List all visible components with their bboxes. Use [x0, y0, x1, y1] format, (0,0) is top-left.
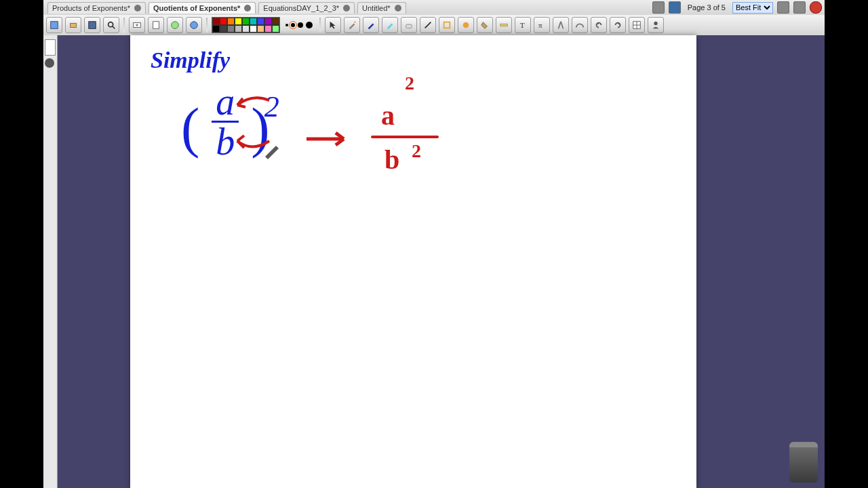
svg-rect-0: [51, 22, 58, 29]
gallery-button[interactable]: [46, 17, 62, 33]
palette-swatch[interactable]: [272, 18, 279, 25]
tab-label: Untitled*: [362, 4, 391, 12]
tab-close-icon[interactable]: [395, 5, 401, 12]
svg-rect-2: [89, 22, 96, 29]
fill-tool[interactable]: [477, 17, 493, 33]
eraser-tool[interactable]: [401, 17, 417, 33]
minimize-button[interactable]: [793, 1, 806, 14]
pen-tool[interactable]: [363, 17, 379, 33]
tab-close-icon[interactable]: [343, 5, 350, 12]
recorder-icon[interactable]: [45, 58, 54, 68]
insert-page-button[interactable]: [167, 17, 183, 33]
palette-swatch[interactable]: [264, 18, 272, 25]
palette-swatch[interactable]: [250, 25, 257, 33]
fullscreen-button[interactable]: [777, 1, 789, 14]
single-page-view-button[interactable]: [652, 1, 665, 14]
select-tool[interactable]: [325, 17, 341, 33]
properties-button[interactable]: [84, 17, 100, 33]
svg-point-11: [463, 22, 469, 28]
svg-rect-10: [444, 22, 450, 28]
svg-point-7: [172, 22, 179, 29]
close-button[interactable]: [810, 1, 822, 14]
palette-swatch[interactable]: [227, 18, 235, 25]
separator: [123, 18, 125, 33]
recognize-shape-tool[interactable]: [458, 17, 474, 33]
pen-size-picker[interactable]: [285, 22, 313, 28]
palette-swatch[interactable]: [257, 18, 264, 25]
document-camera-button[interactable]: [148, 17, 164, 33]
page-sorter-panel[interactable]: [43, 35, 58, 488]
document-tab[interactable]: Untitled*: [357, 2, 406, 14]
palette-swatch[interactable]: [264, 25, 272, 33]
svg-text:π: π: [538, 21, 542, 29]
tab-label: EquationsDAY_1_2_3*: [263, 4, 339, 12]
palette-swatch[interactable]: [220, 18, 227, 25]
undo-button[interactable]: [591, 17, 607, 33]
palette-swatch[interactable]: [235, 18, 242, 25]
people-tool[interactable]: [648, 17, 664, 33]
letterbox-right: [825, 0, 868, 488]
trash-icon[interactable]: [789, 442, 818, 483]
letterbox-left: [0, 0, 43, 488]
math-tool[interactable]: π: [534, 17, 550, 33]
workspace: Simplify ( a b )2: [43, 35, 825, 488]
page-indicator: Page 3 of 5: [688, 3, 726, 12]
svg-point-3: [108, 22, 113, 27]
palette-swatch[interactable]: [235, 25, 242, 33]
palette-swatch[interactable]: [212, 25, 220, 33]
toolbar: T π: [43, 15, 825, 36]
palette-swatch[interactable]: [220, 25, 227, 33]
compass-tool[interactable]: [553, 17, 569, 33]
tab-close-icon[interactable]: [134, 5, 141, 12]
whiteboard-canvas[interactable]: Simplify ( a b )2: [130, 35, 696, 488]
capture-button[interactable]: [129, 17, 145, 33]
search-button[interactable]: [103, 17, 119, 33]
text-tool[interactable]: T: [515, 17, 531, 33]
status-bar-right: Page 3 of 5 Best Fit50%75%100%150%200%: [652, 1, 822, 14]
svg-rect-1: [71, 23, 77, 27]
zoom-select[interactable]: Best Fit50%75%100%150%200%: [732, 2, 773, 14]
color-palette[interactable]: [212, 17, 280, 33]
tab-label: Quotients of Exponents*: [153, 4, 240, 12]
page-heading: Simplify: [151, 47, 230, 73]
svg-rect-9: [406, 24, 412, 28]
hand-denominator: b: [384, 144, 399, 176]
palette-swatch[interactable]: [272, 25, 279, 33]
document-tab[interactable]: Quotients of Exponents*: [149, 2, 256, 14]
document-tab[interactable]: Products of Exponents*: [47, 2, 146, 14]
svg-text:T: T: [520, 21, 525, 29]
red-arrow-right: [303, 129, 357, 149]
redo-button[interactable]: [610, 17, 626, 33]
dashboard-button[interactable]: [669, 1, 681, 14]
hand-den-exp: 2: [412, 140, 421, 162]
svg-point-16: [654, 22, 657, 25]
attachments-button[interactable]: [65, 17, 81, 33]
hand-numerator: a: [381, 100, 395, 131]
page-thumbnail[interactable]: [45, 39, 56, 56]
document-tabs: Products of Exponents*Quotients of Expon…: [47, 1, 409, 14]
palette-swatch[interactable]: [250, 18, 257, 25]
table-tool[interactable]: [629, 17, 645, 33]
line-tool[interactable]: [420, 17, 436, 33]
hand-fraction-bar: [371, 136, 439, 138]
link-button[interactable]: [186, 17, 202, 33]
separator: [319, 18, 321, 33]
shape-tool[interactable]: [439, 17, 455, 33]
highlighter-tool[interactable]: [382, 17, 398, 33]
svg-rect-6: [153, 22, 159, 29]
tab-close-icon[interactable]: [244, 5, 251, 12]
whiteboard-app: Products of Exponents*Quotients of Expon…: [0, 0, 868, 488]
palette-swatch[interactable]: [227, 25, 235, 33]
pen-cursor-icon: [262, 140, 281, 159]
document-tab[interactable]: EquationsDAY_1_2_3*: [258, 2, 355, 14]
palette-swatch[interactable]: [242, 25, 250, 33]
palette-swatch[interactable]: [212, 18, 220, 25]
ruler-tool[interactable]: [496, 17, 512, 33]
tab-label: Products of Exponents*: [52, 4, 130, 12]
protractor-tool[interactable]: [572, 17, 588, 33]
magic-tool[interactable]: [344, 17, 360, 33]
separator: [206, 18, 208, 33]
hand-num-exp: 2: [405, 73, 414, 94]
palette-swatch[interactable]: [242, 18, 250, 25]
palette-swatch[interactable]: [257, 25, 264, 33]
